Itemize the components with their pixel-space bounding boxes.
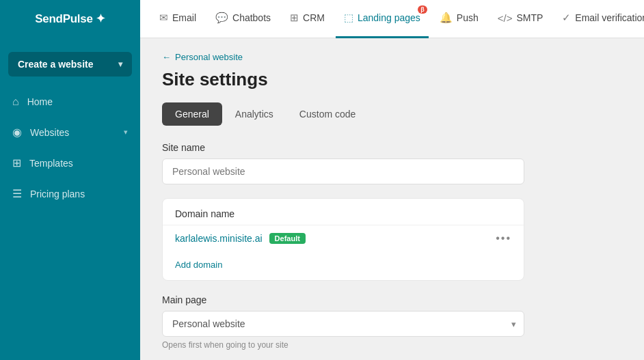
add-domain-row: Add domain [163, 251, 524, 280]
templates-icon: ⊞ [12, 156, 21, 169]
logo: SendPulse ✦ [0, 0, 140, 38]
site-name-label: Site name [162, 142, 622, 153]
domain-more-button[interactable]: ••• [496, 232, 511, 245]
sidebar-item-pricing[interactable]: ☰ Pricing plans [0, 179, 140, 208]
settings-tabs: General Analytics Custom code [162, 102, 622, 126]
sidebar-item-templates[interactable]: ⊞ Templates [0, 148, 140, 178]
site-name-input[interactable] [162, 158, 524, 184]
tab-analytics[interactable]: Analytics [222, 102, 286, 126]
email-icon: ✉ [159, 12, 168, 24]
push-icon: 🔔 [440, 12, 453, 24]
nav-item-email-verification[interactable]: ✓ Email verification [554, 0, 644, 38]
nav-item-email[interactable]: ✉ Email [151, 0, 204, 38]
main-page-select-wrapper: Personal website ▾ [162, 311, 524, 337]
verification-icon: ✓ [562, 12, 571, 24]
crm-icon: ⊞ [290, 12, 299, 24]
main-page-label: Main page [162, 294, 622, 305]
websites-icon: ◉ [12, 126, 22, 139]
landing-icon: ⬚ [344, 12, 353, 24]
add-domain-link[interactable]: Add domain [175, 260, 222, 270]
tab-custom-code[interactable]: Custom code [286, 102, 368, 126]
nav-item-landing[interactable]: ⬚ Landing pages β [336, 0, 429, 38]
back-arrow-icon: ← [162, 52, 171, 62]
main-content: ← Personal website Site settings General… [140, 38, 644, 360]
pricing-icon: ☰ [12, 187, 22, 200]
chatbots-icon: 💬 [215, 12, 228, 24]
beta-badge: β [418, 5, 427, 14]
nav-item-crm[interactable]: ⊞ CRM [282, 0, 333, 38]
default-badge: Default [269, 233, 306, 244]
sidebar-item-home[interactable]: ⌂ Home [0, 87, 140, 116]
nav-item-chatbots[interactable]: 💬 Chatbots [207, 0, 279, 38]
domain-name-label: Domain name [163, 199, 524, 225]
domain-row: karlalewis.minisite.ai Default ••• [163, 225, 524, 251]
site-name-section: Site name [162, 142, 622, 184]
main-page-select[interactable]: Personal website [162, 311, 524, 337]
chevron-down-icon: ▾ [118, 59, 122, 69]
smtp-icon: </> [498, 12, 513, 24]
main-page-helper: Opens first when going to your site [162, 340, 622, 350]
sidebar-navigation: ⌂ Home ◉ Websites ▾ ⊞ Templates ☰ Pricin… [0, 87, 140, 208]
create-website-button[interactable]: Create a website ▾ [8, 52, 132, 77]
breadcrumb[interactable]: ← Personal website [162, 52, 622, 62]
sidebar: Create a website ▾ ⌂ Home ◉ Websites ▾ ⊞… [0, 38, 140, 360]
main-page-section: Main page Personal website ▾ Opens first… [162, 294, 622, 350]
nav-item-push[interactable]: 🔔 Push [431, 0, 487, 38]
top-navigation: ✉ Email 💬 Chatbots ⊞ CRM ⬚ Landing pages… [140, 0, 644, 38]
tab-general[interactable]: General [162, 102, 222, 126]
domain-name-section: Domain name karlalewis.minisite.ai Defau… [162, 198, 622, 281]
chevron-right-icon: ▾ [124, 128, 128, 137]
domain-link[interactable]: karlalewis.minisite.ai [175, 233, 263, 244]
sidebar-item-websites[interactable]: ◉ Websites ▾ [0, 117, 140, 147]
home-icon: ⌂ [12, 96, 19, 108]
domain-card: Domain name karlalewis.minisite.ai Defau… [162, 198, 524, 281]
nav-item-smtp[interactable]: </> SMTP [489, 0, 552, 38]
page-title: Site settings [162, 69, 622, 90]
